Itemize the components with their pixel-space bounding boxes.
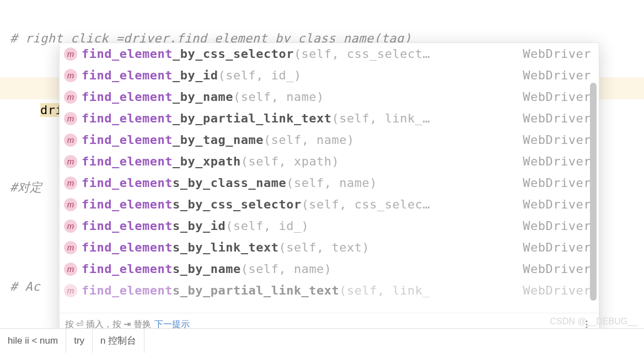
autocomplete-signature: find_elements_by_partial_link_text(self,…	[82, 280, 523, 301]
method-icon: m	[64, 263, 77, 276]
scrollbar-track[interactable]	[590, 44, 598, 301]
autocomplete-class: WebDriver	[523, 280, 595, 301]
autocomplete-item[interactable]: mfind_elements_by_css_selector(self, css…	[60, 194, 599, 215]
autocomplete-class: WebDriver	[523, 43, 595, 65]
autocomplete-class: WebDriver	[523, 65, 595, 86]
autocomplete-item[interactable]: mfind_elements_by_partial_link_text(self…	[60, 280, 599, 301]
autocomplete-item[interactable]: mfind_element_by_partial_link_text(self,…	[60, 108, 599, 129]
autocomplete-signature: find_elements_by_id(self, id_)	[82, 215, 523, 237]
autocomplete-signature: find_element_by_name(self, name)	[82, 86, 523, 108]
autocomplete-class: WebDriver	[523, 86, 595, 108]
method-icon: m	[64, 69, 77, 82]
autocomplete-item[interactable]: mfind_element_by_tag_name(self, name)Web…	[60, 129, 599, 151]
autocomplete-item[interactable]: mfind_element_by_xpath(self, xpath)WebDr…	[60, 151, 599, 172]
method-icon: m	[64, 284, 77, 297]
autocomplete-item[interactable]: mfind_elements_by_link_text(self, text)W…	[60, 237, 599, 258]
autocomplete-class: WebDriver	[523, 258, 595, 280]
autocomplete-signature: find_element_by_css_selector(self, css_s…	[82, 43, 523, 65]
autocomplete-class: WebDriver	[523, 108, 595, 129]
autocomplete-class: WebDriver	[523, 151, 595, 172]
autocomplete-class: WebDriver	[523, 237, 595, 258]
scrollbar-thumb[interactable]	[590, 83, 597, 301]
method-icon: m	[64, 198, 77, 211]
method-icon: m	[64, 112, 77, 125]
autocomplete-signature: find_element_by_tag_name(self, name)	[82, 129, 523, 151]
autocomplete-signature: find_element_by_id(self, id_)	[82, 65, 523, 86]
breadcrumb-try[interactable]: try	[66, 329, 93, 353]
autocomplete-item[interactable]: mfind_element_by_name(self, name)WebDriv…	[60, 86, 599, 108]
autocomplete-item[interactable]: mfind_elements_by_name(self, name)WebDri…	[60, 258, 599, 280]
autocomplete-class: WebDriver	[523, 129, 595, 151]
method-icon: m	[64, 220, 77, 233]
autocomplete-item[interactable]: mfind_elements_by_class_name(self, name)…	[60, 172, 599, 194]
method-icon: m	[64, 90, 77, 104]
autocomplete-item[interactable]: mfind_element_by_id(self, id_)WebDriver	[60, 65, 599, 86]
autocomplete-list[interactable]: mfind_element_by_css_selector(self, css_…	[60, 43, 599, 313]
autocomplete-signature: find_elements_by_class_name(self, name)	[82, 172, 523, 194]
autocomplete-item[interactable]: mfind_element_by_css_selector(self, css_…	[60, 43, 599, 65]
method-icon: m	[64, 133, 77, 147]
bottom-tab-bar: hile ii < num try n 控制台	[0, 328, 644, 353]
method-icon: m	[64, 155, 77, 168]
method-icon: m	[64, 47, 77, 61]
method-icon: m	[64, 241, 77, 254]
autocomplete-signature: find_elements_by_link_text(self, text)	[82, 237, 523, 258]
autocomplete-class: WebDriver	[523, 215, 595, 237]
method-icon: m	[64, 176, 77, 190]
breadcrumb-loop[interactable]: hile ii < num	[0, 329, 66, 353]
autocomplete-signature: find_element_by_xpath(self, xpath)	[82, 151, 523, 172]
tab-console[interactable]: n 控制台	[93, 329, 144, 353]
autocomplete-item[interactable]: mfind_elements_by_id(self, id_)WebDriver	[60, 215, 599, 237]
autocomplete-class: WebDriver	[523, 194, 595, 215]
autocomplete-signature: find_element_by_partial_link_text(self, …	[82, 108, 523, 129]
autocomplete-class: WebDriver	[523, 172, 595, 194]
watermark-text: CSDN @__DEBUG__	[550, 317, 637, 327]
autocomplete-signature: find_elements_by_name(self, name)	[82, 258, 523, 280]
autocomplete-popup: mfind_element_by_css_selector(self, css_…	[59, 42, 599, 336]
autocomplete-signature: find_elements_by_css_selector(self, css_…	[82, 194, 523, 215]
